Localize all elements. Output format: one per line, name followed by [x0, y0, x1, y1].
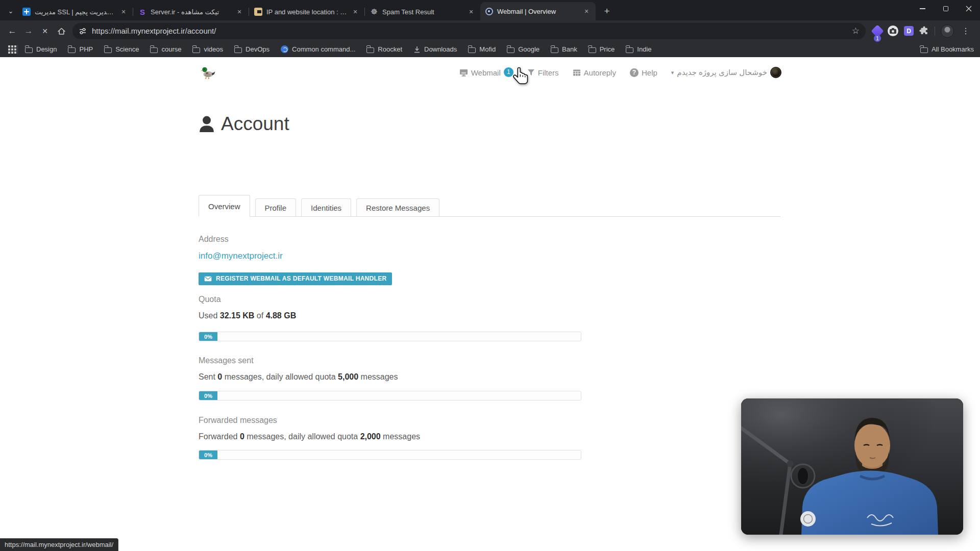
folder-icon [551, 47, 558, 53]
back-button[interactable]: ← [4, 23, 20, 39]
webmail-count-badge: 1 [504, 67, 513, 77]
bookmark-folder-design[interactable]: Design [25, 45, 57, 53]
url-text[interactable]: https://mail.mynextproject.ir/account/ [92, 27, 216, 35]
folder-icon [468, 47, 476, 53]
bookmark-label: course [161, 45, 181, 53]
bookmark-label: PHP [79, 45, 93, 53]
browser-tab-webmail-active[interactable]: Webmail | Overview × [480, 2, 596, 20]
bookmark-folder-course[interactable]: course [150, 45, 181, 53]
close-tab-icon[interactable]: × [582, 7, 591, 15]
register-webmail-handler-button[interactable]: REGISTER WEBMAIL AS DEFAULT WEBMAIL HAND… [199, 272, 392, 285]
close-tab-icon[interactable]: × [351, 8, 359, 16]
tab-search-chevron-icon[interactable]: ⌄ [4, 2, 17, 19]
stop-loading-button[interactable]: ✕ [37, 23, 53, 39]
user-menu[interactable]: ▾ خوشحال سازی پروژه جدیدم [671, 67, 781, 78]
minimize-button[interactable] [911, 0, 934, 17]
forwarded-messages-text: Forwarded 0 messages, daily allowed quot… [199, 432, 420, 441]
profile-avatar[interactable] [941, 24, 954, 38]
close-window-button[interactable] [957, 0, 980, 17]
nav-autoreply[interactable]: Autoreply [573, 68, 616, 77]
quota-label: Quota [199, 295, 221, 304]
home-button[interactable] [53, 23, 69, 39]
password-manager-extension-icon[interactable]: 1 [871, 24, 884, 37]
bookmark-downloads[interactable]: Downloads [413, 45, 457, 53]
tab-profile[interactable]: Profile [255, 198, 297, 216]
close-tab-icon[interactable]: × [467, 8, 475, 16]
messages-sent-progress-value: 0% [199, 391, 217, 400]
folder-icon [104, 47, 112, 53]
bookmark-label: Downloads [424, 45, 457, 53]
bookmark-label: Science [115, 45, 139, 53]
duck-icon [200, 65, 215, 80]
nav-webmail[interactable]: Webmail 1 [459, 68, 513, 78]
address-bar[interactable]: https://mail.mynextproject.ir/account/ ☆ [72, 23, 866, 39]
nav-filters[interactable]: Filters [527, 68, 559, 77]
bookmark-label: videos [204, 45, 223, 53]
nav-help[interactable]: ? Help [630, 68, 657, 77]
quota-progress-value: 0% [199, 332, 217, 341]
all-bookmarks-button[interactable]: All Bookmarks [920, 45, 974, 53]
browser-menu-button[interactable]: ⋮ [960, 26, 972, 36]
helm-favicon: ☸ [370, 7, 378, 16]
folder-icon [366, 47, 374, 53]
tab-overview[interactable]: Overview [199, 195, 250, 217]
bookmark-common-command[interactable]: Common command... [281, 45, 355, 53]
nav-filters-label: Filters [538, 68, 559, 77]
tab-identities[interactable]: Identities [301, 198, 351, 216]
tab-title: مدیریت SSL | سرور مدیریت پجیم [35, 8, 115, 16]
messages-sent-label: Messages sent [199, 356, 254, 365]
folder-icon [68, 47, 76, 53]
close-tab-icon[interactable]: × [119, 8, 128, 16]
bookmark-folder-bank[interactable]: Bank [551, 45, 577, 53]
browser-tab-iplocation[interactable]: IP and website location : Check × [249, 3, 364, 20]
video-frame [741, 398, 963, 535]
screenshot-extension-icon[interactable] [888, 26, 898, 36]
tab-restore-messages[interactable]: Restore Messages [356, 198, 439, 216]
nav-autoreply-label: Autoreply [584, 68, 616, 77]
bookmark-folder-php[interactable]: PHP [68, 45, 93, 53]
browser-tab-server-panel[interactable]: مدیریت SSL | سرور مدیریت پجیم × [17, 3, 133, 20]
webmail-logo-duck[interactable] [200, 65, 215, 82]
forwarded-progress-bar: 0% [199, 450, 581, 460]
bookmark-folder-roocket[interactable]: Roocket [366, 45, 402, 53]
folder-icon [192, 47, 200, 53]
tab-title: Spam Test Result [382, 8, 463, 16]
bookmark-folder-price[interactable]: Price [589, 45, 615, 53]
bookmark-star-icon[interactable]: ☆ [852, 26, 860, 36]
window-controls [911, 0, 980, 17]
all-bookmarks-label: All Bookmarks [932, 45, 974, 53]
bookmark-folder-google[interactable]: Google [507, 45, 540, 53]
close-tab-icon[interactable]: × [235, 8, 243, 16]
extensions-puzzle-icon[interactable] [919, 26, 929, 36]
email-link[interactable]: info@mynextproject.ir [199, 251, 283, 261]
maximize-button[interactable] [934, 0, 957, 17]
bookmark-folder-devops[interactable]: DevOps [234, 45, 270, 53]
close-window-icon [966, 6, 972, 12]
nav-webmail-label: Webmail [471, 68, 501, 77]
bookmark-folder-indie[interactable]: Indie [626, 45, 651, 53]
site-settings-icon[interactable] [79, 27, 87, 35]
bookmark-label: Design [36, 45, 57, 53]
webmail-favicon [485, 8, 493, 15]
page-title: Account [199, 113, 289, 135]
bookmark-label: Roocket [378, 45, 402, 53]
new-tab-button[interactable]: + [600, 4, 614, 18]
browser-tab-serverir[interactable]: S Server.ir - تیکت مشاهده × [133, 3, 249, 20]
sweatshirt-emblem [800, 511, 816, 527]
pip-video-overlay[interactable] [741, 398, 963, 535]
forward-button[interactable]: → [20, 23, 37, 39]
apps-grid-icon[interactable] [8, 45, 10, 47]
home-icon [57, 27, 66, 36]
bookmark-folder-mofid[interactable]: Mofid [468, 45, 496, 53]
account-tabs: Overview Profile Identities Restore Mess… [199, 195, 780, 217]
webmail-monitor-icon [459, 69, 468, 77]
bookmark-label: Price [600, 45, 615, 53]
browser-tab-spamtest[interactable]: ☸ Spam Test Result × [365, 3, 480, 20]
d-extension-icon[interactable]: D [904, 26, 914, 36]
bookmark-folder-videos[interactable]: videos [192, 45, 223, 53]
bookmark-folder-science[interactable]: Science [104, 45, 139, 53]
webmail-nav: Webmail 1 Filters Autoreply ? Help ▾ [459, 57, 781, 88]
envelope-icon [204, 276, 212, 282]
bookmarks-separator [17, 45, 18, 54]
folder-icon [150, 47, 158, 53]
